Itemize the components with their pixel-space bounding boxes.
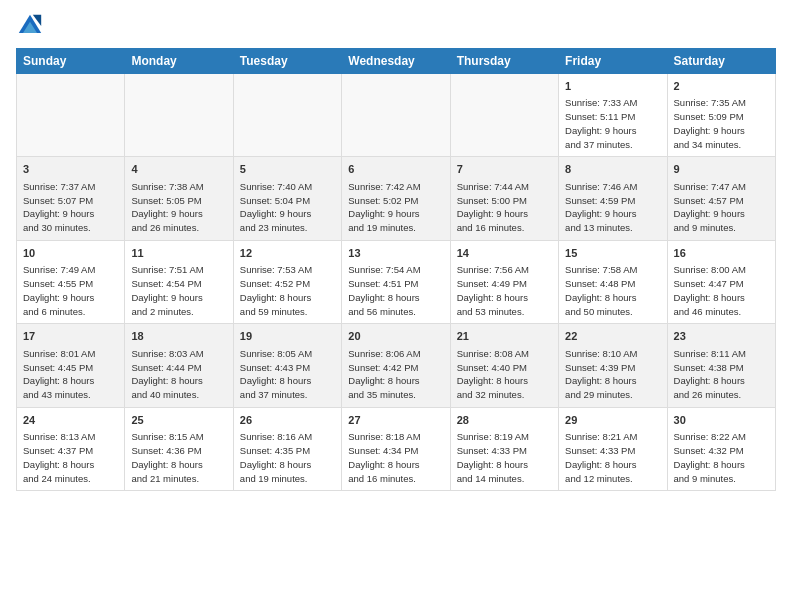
day-info: Sunrise: 8:06 AMSunset: 4:42 PMDaylight:… [348, 347, 443, 402]
day-number: 10 [23, 246, 118, 261]
weekday-header-thursday: Thursday [450, 49, 558, 74]
calendar-cell: 15Sunrise: 7:58 AMSunset: 4:48 PMDayligh… [559, 240, 667, 323]
day-info: Sunrise: 8:03 AMSunset: 4:44 PMDaylight:… [131, 347, 226, 402]
day-number: 21 [457, 329, 552, 344]
day-number: 3 [23, 162, 118, 177]
day-info: Sunrise: 7:54 AMSunset: 4:51 PMDaylight:… [348, 263, 443, 318]
weekday-header-sunday: Sunday [17, 49, 125, 74]
calendar-cell: 12Sunrise: 7:53 AMSunset: 4:52 PMDayligh… [233, 240, 341, 323]
day-info: Sunrise: 8:13 AMSunset: 4:37 PMDaylight:… [23, 430, 118, 485]
calendar-cell [125, 74, 233, 157]
day-info: Sunrise: 7:56 AMSunset: 4:49 PMDaylight:… [457, 263, 552, 318]
day-number: 14 [457, 246, 552, 261]
day-info: Sunrise: 7:49 AMSunset: 4:55 PMDaylight:… [23, 263, 118, 318]
day-number: 29 [565, 413, 660, 428]
day-number: 17 [23, 329, 118, 344]
day-info: Sunrise: 8:15 AMSunset: 4:36 PMDaylight:… [131, 430, 226, 485]
calendar-cell: 28Sunrise: 8:19 AMSunset: 4:33 PMDayligh… [450, 407, 558, 490]
logo [16, 12, 48, 40]
day-info: Sunrise: 8:05 AMSunset: 4:43 PMDaylight:… [240, 347, 335, 402]
day-info: Sunrise: 8:10 AMSunset: 4:39 PMDaylight:… [565, 347, 660, 402]
calendar-cell: 24Sunrise: 8:13 AMSunset: 4:37 PMDayligh… [17, 407, 125, 490]
day-info: Sunrise: 7:58 AMSunset: 4:48 PMDaylight:… [565, 263, 660, 318]
day-number: 15 [565, 246, 660, 261]
calendar-cell: 2Sunrise: 7:35 AMSunset: 5:09 PMDaylight… [667, 74, 775, 157]
calendar-cell: 29Sunrise: 8:21 AMSunset: 4:33 PMDayligh… [559, 407, 667, 490]
day-number: 30 [674, 413, 769, 428]
calendar-cell: 11Sunrise: 7:51 AMSunset: 4:54 PMDayligh… [125, 240, 233, 323]
day-number: 13 [348, 246, 443, 261]
day-number: 2 [674, 79, 769, 94]
header [16, 12, 776, 40]
calendar-cell: 21Sunrise: 8:08 AMSunset: 4:40 PMDayligh… [450, 324, 558, 407]
weekday-header-friday: Friday [559, 49, 667, 74]
calendar-table: SundayMondayTuesdayWednesdayThursdayFrid… [16, 48, 776, 491]
day-info: Sunrise: 8:00 AMSunset: 4:47 PMDaylight:… [674, 263, 769, 318]
day-info: Sunrise: 7:35 AMSunset: 5:09 PMDaylight:… [674, 96, 769, 151]
week-row-1: 1Sunrise: 7:33 AMSunset: 5:11 PMDaylight… [17, 74, 776, 157]
calendar-cell: 14Sunrise: 7:56 AMSunset: 4:49 PMDayligh… [450, 240, 558, 323]
calendar-cell: 3Sunrise: 7:37 AMSunset: 5:07 PMDaylight… [17, 157, 125, 240]
weekday-header-monday: Monday [125, 49, 233, 74]
day-info: Sunrise: 7:38 AMSunset: 5:05 PMDaylight:… [131, 180, 226, 235]
day-info: Sunrise: 7:42 AMSunset: 5:02 PMDaylight:… [348, 180, 443, 235]
calendar-cell: 1Sunrise: 7:33 AMSunset: 5:11 PMDaylight… [559, 74, 667, 157]
calendar-cell: 16Sunrise: 8:00 AMSunset: 4:47 PMDayligh… [667, 240, 775, 323]
calendar-cell: 17Sunrise: 8:01 AMSunset: 4:45 PMDayligh… [17, 324, 125, 407]
day-info: Sunrise: 7:40 AMSunset: 5:04 PMDaylight:… [240, 180, 335, 235]
day-number: 23 [674, 329, 769, 344]
week-row-2: 3Sunrise: 7:37 AMSunset: 5:07 PMDaylight… [17, 157, 776, 240]
day-info: Sunrise: 8:21 AMSunset: 4:33 PMDaylight:… [565, 430, 660, 485]
day-info: Sunrise: 8:08 AMSunset: 4:40 PMDaylight:… [457, 347, 552, 402]
week-row-3: 10Sunrise: 7:49 AMSunset: 4:55 PMDayligh… [17, 240, 776, 323]
day-info: Sunrise: 7:51 AMSunset: 4:54 PMDaylight:… [131, 263, 226, 318]
day-info: Sunrise: 8:19 AMSunset: 4:33 PMDaylight:… [457, 430, 552, 485]
weekday-row: SundayMondayTuesdayWednesdayThursdayFrid… [17, 49, 776, 74]
day-number: 4 [131, 162, 226, 177]
calendar-cell: 8Sunrise: 7:46 AMSunset: 4:59 PMDaylight… [559, 157, 667, 240]
day-number: 18 [131, 329, 226, 344]
day-number: 27 [348, 413, 443, 428]
day-info: Sunrise: 7:37 AMSunset: 5:07 PMDaylight:… [23, 180, 118, 235]
calendar-cell: 22Sunrise: 8:10 AMSunset: 4:39 PMDayligh… [559, 324, 667, 407]
calendar-cell [17, 74, 125, 157]
page: SundayMondayTuesdayWednesdayThursdayFrid… [0, 0, 792, 499]
day-number: 6 [348, 162, 443, 177]
day-number: 28 [457, 413, 552, 428]
day-info: Sunrise: 7:47 AMSunset: 4:57 PMDaylight:… [674, 180, 769, 235]
day-info: Sunrise: 8:01 AMSunset: 4:45 PMDaylight:… [23, 347, 118, 402]
day-number: 5 [240, 162, 335, 177]
calendar-cell: 5Sunrise: 7:40 AMSunset: 5:04 PMDaylight… [233, 157, 341, 240]
calendar-cell: 30Sunrise: 8:22 AMSunset: 4:32 PMDayligh… [667, 407, 775, 490]
calendar-cell: 13Sunrise: 7:54 AMSunset: 4:51 PMDayligh… [342, 240, 450, 323]
day-number: 11 [131, 246, 226, 261]
day-number: 22 [565, 329, 660, 344]
calendar-cell: 7Sunrise: 7:44 AMSunset: 5:00 PMDaylight… [450, 157, 558, 240]
day-info: Sunrise: 8:11 AMSunset: 4:38 PMDaylight:… [674, 347, 769, 402]
day-number: 24 [23, 413, 118, 428]
calendar-cell: 6Sunrise: 7:42 AMSunset: 5:02 PMDaylight… [342, 157, 450, 240]
calendar-cell: 20Sunrise: 8:06 AMSunset: 4:42 PMDayligh… [342, 324, 450, 407]
calendar-cell: 9Sunrise: 7:47 AMSunset: 4:57 PMDaylight… [667, 157, 775, 240]
calendar-cell: 27Sunrise: 8:18 AMSunset: 4:34 PMDayligh… [342, 407, 450, 490]
calendar-cell: 25Sunrise: 8:15 AMSunset: 4:36 PMDayligh… [125, 407, 233, 490]
calendar-cell [450, 74, 558, 157]
day-number: 26 [240, 413, 335, 428]
calendar-cell: 23Sunrise: 8:11 AMSunset: 4:38 PMDayligh… [667, 324, 775, 407]
day-info: Sunrise: 8:16 AMSunset: 4:35 PMDaylight:… [240, 430, 335, 485]
calendar-cell [233, 74, 341, 157]
day-info: Sunrise: 7:44 AMSunset: 5:00 PMDaylight:… [457, 180, 552, 235]
day-info: Sunrise: 8:22 AMSunset: 4:32 PMDaylight:… [674, 430, 769, 485]
day-number: 16 [674, 246, 769, 261]
day-number: 19 [240, 329, 335, 344]
day-info: Sunrise: 7:33 AMSunset: 5:11 PMDaylight:… [565, 96, 660, 151]
calendar-cell: 10Sunrise: 7:49 AMSunset: 4:55 PMDayligh… [17, 240, 125, 323]
week-row-5: 24Sunrise: 8:13 AMSunset: 4:37 PMDayligh… [17, 407, 776, 490]
day-number: 8 [565, 162, 660, 177]
calendar-body: 1Sunrise: 7:33 AMSunset: 5:11 PMDaylight… [17, 74, 776, 491]
weekday-header-saturday: Saturday [667, 49, 775, 74]
day-info: Sunrise: 8:18 AMSunset: 4:34 PMDaylight:… [348, 430, 443, 485]
calendar-cell: 26Sunrise: 8:16 AMSunset: 4:35 PMDayligh… [233, 407, 341, 490]
day-number: 20 [348, 329, 443, 344]
logo-icon [16, 12, 44, 40]
